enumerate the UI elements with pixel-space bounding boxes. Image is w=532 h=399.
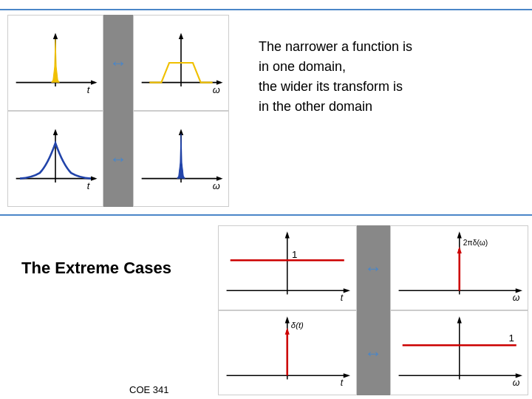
svg-text:2πδ(ω): 2πδ(ω) <box>463 239 487 247</box>
desc-line2: in one domain, <box>259 59 346 74</box>
desc-line1: The narrower a function is <box>259 39 412 54</box>
desc-line3: the wider its transform is <box>259 79 403 94</box>
arrow-lower-top: ↔ <box>357 225 390 310</box>
svg-marker-2 <box>53 33 58 39</box>
diagram-time-wide: t <box>7 111 103 207</box>
svg-marker-3 <box>91 80 98 84</box>
lower-section: The Extreme Cases COE 341 1 t ↔ <box>0 218 532 399</box>
lower-diagram-impulse-freq: 2πδ(ω) ω <box>390 225 529 310</box>
svg-text:1: 1 <box>508 332 514 344</box>
arrow-top: ↔ <box>103 15 133 111</box>
svg-marker-23 <box>344 288 350 293</box>
arrow-bottom: ↔ <box>103 111 133 207</box>
arrow-lower-bottom-icon: ↔ <box>364 343 382 364</box>
description-text: The narrower a function is in one domain… <box>244 22 517 132</box>
diagram-freq-wide: ω <box>133 15 229 111</box>
svg-marker-29 <box>457 231 461 238</box>
svg-text:ω: ω <box>213 180 220 191</box>
svg-text:ω: ω <box>213 84 220 95</box>
svg-text:t: t <box>341 293 344 303</box>
svg-marker-12 <box>53 129 58 135</box>
diagram-time-narrow: t <box>7 15 103 111</box>
svg-marker-32 <box>457 247 461 253</box>
arrow-bottom-icon: ↔ <box>109 149 127 169</box>
svg-marker-37 <box>285 316 290 323</box>
svg-marker-22 <box>285 231 290 238</box>
svg-text:ω: ω <box>512 378 519 388</box>
extreme-cases-label: The Extreme Cases <box>21 259 171 278</box>
svg-marker-13 <box>91 176 98 180</box>
lower-diagram-constant-freq: 1 ω <box>390 310 529 395</box>
svg-text:ω: ω <box>512 293 519 303</box>
mid-separator <box>0 214 532 216</box>
lower-diagram-constant: 1 t <box>218 225 357 310</box>
svg-marker-7 <box>179 33 183 39</box>
desc-line4: in the other domain <box>259 99 372 114</box>
top-line <box>0 9 532 10</box>
svg-text:t: t <box>87 84 90 95</box>
arrow-lower-bottom: ↔ <box>357 310 390 395</box>
svg-text:t: t <box>341 378 344 388</box>
svg-text:δ(t): δ(t) <box>291 321 304 330</box>
svg-marker-38 <box>344 373 350 378</box>
upper-diagram-grid: t ↔ ω t ↔ <box>7 15 229 207</box>
svg-text:1: 1 <box>292 249 297 260</box>
coe-label: COE 341 <box>129 384 168 395</box>
lower-diagram-impulse-time: δ(t) t <box>218 310 357 395</box>
lower-diagram-grid: 1 t ↔ 2πδ(ω) ω <box>218 225 528 395</box>
arrow-lower-top-icon: ↔ <box>364 258 382 279</box>
svg-marker-45 <box>457 316 461 323</box>
diagram-freq-narrow: ω <box>133 111 229 207</box>
arrow-top-icon: ↔ <box>109 52 127 73</box>
svg-marker-40 <box>285 328 290 335</box>
svg-text:t: t <box>87 180 90 191</box>
